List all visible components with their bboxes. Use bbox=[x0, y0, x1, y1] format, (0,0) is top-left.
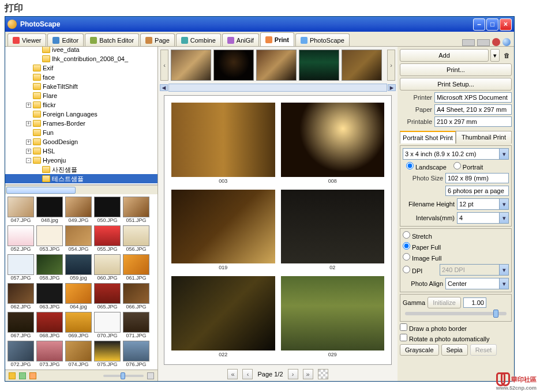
collapse-icon[interactable]: - bbox=[26, 158, 31, 163]
thumb-item[interactable]: 052.JPG bbox=[7, 225, 34, 252]
preview-cell[interactable]: 019 bbox=[171, 190, 275, 271]
tab-editor[interactable]: Editor bbox=[47, 33, 84, 46]
tree-item[interactable]: +Frames-Border bbox=[5, 119, 158, 128]
tab-viewer[interactable]: Viewer bbox=[7, 33, 46, 46]
maximize-button[interactable]: □ bbox=[486, 18, 498, 31]
tree-item[interactable]: lhk_contribution_2008_04_ bbox=[5, 54, 158, 63]
tab-print[interactable]: Print bbox=[260, 32, 294, 46]
tree-item[interactable]: Fun bbox=[5, 128, 158, 137]
print-setup-button[interactable]: Print Setup... bbox=[400, 78, 512, 91]
strip-scrollbar[interactable]: ◄► bbox=[168, 84, 387, 92]
expand-icon[interactable]: + bbox=[26, 103, 31, 108]
tab-page[interactable]: Page bbox=[140, 33, 175, 46]
thumb-size-slider[interactable] bbox=[103, 375, 144, 377]
minimize-button[interactable]: – bbox=[473, 18, 485, 31]
thumb-item[interactable]: 059.jpg bbox=[65, 254, 92, 281]
thumb-item[interactable]: 067.JPG bbox=[7, 312, 34, 338]
align-combo[interactable]: Center▾ bbox=[445, 278, 509, 289]
print-button[interactable]: Print... bbox=[400, 63, 512, 76]
fit-paper-full[interactable]: Paper Full bbox=[403, 242, 509, 251]
expand-icon[interactable]: + bbox=[26, 121, 31, 126]
fit-stretch[interactable]: Stretch bbox=[403, 231, 509, 240]
fit-dpi[interactable]: DPI bbox=[403, 266, 437, 274]
strip-next[interactable]: › bbox=[387, 50, 395, 81]
record-icon[interactable] bbox=[492, 38, 500, 46]
thumb-item[interactable]: 047.JPG bbox=[7, 197, 34, 223]
thumb-item[interactable]: 060.JPG bbox=[94, 254, 121, 281]
thumb-item[interactable]: 063.JPG bbox=[36, 283, 63, 310]
orientation-portrait[interactable]: Portrait bbox=[453, 162, 483, 171]
thumb-item[interactable]: 075.JPG bbox=[94, 341, 121, 367]
thumb-item[interactable]: 054.JPG bbox=[65, 225, 92, 252]
thumb-item[interactable]: 048.jpg bbox=[36, 197, 63, 223]
tab-thumbnail-print[interactable]: Thumbnail Print bbox=[456, 131, 512, 144]
thumbnail-grid[interactable]: 047.JPG048.jpg049.JPG050.JPG051.JPG052.J… bbox=[5, 194, 158, 370]
tab-combine[interactable]: Combine bbox=[176, 33, 221, 46]
folder-tree[interactable]: AAAivee_datalhk_contribution_2008_04_Exi… bbox=[5, 47, 158, 185]
transparency-toggle[interactable] bbox=[318, 369, 328, 379]
strip-item[interactable] bbox=[213, 50, 254, 81]
titlebar[interactable]: PhotoScape – □ × bbox=[5, 17, 514, 32]
thumb-item[interactable]: 073.JPG bbox=[36, 341, 63, 367]
tree-item[interactable]: +HSL bbox=[5, 146, 158, 156]
tree-item[interactable]: 사진샘플 bbox=[5, 165, 158, 174]
globe-icon[interactable] bbox=[502, 38, 511, 46]
preview-cell[interactable]: 02 bbox=[281, 190, 385, 271]
expand-icon[interactable]: + bbox=[26, 140, 31, 145]
thumb-item[interactable]: 076.JPG bbox=[123, 341, 149, 367]
border-checkbox[interactable]: Draw a photo border bbox=[400, 323, 512, 332]
add-button[interactable]: Add bbox=[400, 49, 489, 62]
intervals-combo[interactable]: 4▾ bbox=[457, 212, 509, 224]
thumb-item[interactable]: 070.JPG bbox=[94, 312, 121, 338]
page-next[interactable]: › bbox=[288, 369, 298, 379]
preview-cell[interactable]: 022 bbox=[171, 276, 275, 357]
add-dropdown[interactable]: ▾ bbox=[490, 49, 500, 62]
page-first[interactable]: « bbox=[227, 369, 238, 379]
tree-item[interactable]: Flare bbox=[5, 91, 158, 100]
close-button[interactable]: × bbox=[500, 18, 512, 31]
filename-height-combo[interactable]: 12 pt▾ bbox=[457, 198, 509, 210]
orientation-landscape[interactable]: Landscape bbox=[406, 162, 447, 171]
thumb-item[interactable]: 062.JPG bbox=[7, 283, 34, 310]
tree-item[interactable]: Exif bbox=[5, 63, 158, 73]
refresh-icon[interactable] bbox=[19, 372, 26, 379]
thumb-item[interactable]: 051.JPG bbox=[123, 197, 149, 223]
strip-item[interactable] bbox=[342, 50, 382, 81]
tree-item[interactable]: -Hyeonju bbox=[5, 156, 158, 165]
page-prev[interactable]: ‹ bbox=[242, 369, 253, 379]
strip-prev[interactable]: ‹ bbox=[160, 50, 168, 81]
strip-item[interactable] bbox=[256, 50, 297, 81]
thumb-item[interactable]: 049.JPG bbox=[65, 197, 92, 223]
tab-portrait-shot[interactable]: Portrait Shot Print bbox=[400, 131, 456, 144]
thumb-item[interactable]: 071.JPG bbox=[123, 312, 149, 338]
preview-cell[interactable]: 003 bbox=[171, 103, 275, 184]
thumb-item[interactable]: 064.jpg bbox=[65, 283, 92, 310]
reset-button[interactable]: Reset bbox=[470, 344, 497, 356]
thumb-item[interactable]: 050.JPG bbox=[94, 197, 121, 223]
star-icon[interactable] bbox=[29, 372, 36, 379]
grid-icon[interactable] bbox=[147, 372, 154, 379]
thumb-item[interactable]: 055.JPG bbox=[94, 225, 121, 252]
tree-item[interactable]: face bbox=[5, 73, 158, 82]
size-combo[interactable]: 3 x 4 inch (8.9 x 10.2 cm)▾ bbox=[403, 148, 509, 160]
page-last[interactable]: » bbox=[303, 369, 313, 379]
tree-scrollbar[interactable] bbox=[5, 185, 158, 194]
thumb-item[interactable]: 068.JPG bbox=[36, 312, 63, 338]
thumb-item[interactable]: 072.JPG bbox=[7, 341, 34, 367]
tree-item[interactable]: FakeTiltShift bbox=[5, 82, 158, 91]
thumb-item[interactable]: 061.JPG bbox=[123, 254, 149, 281]
tab-photoscape[interactable]: PhotoScape bbox=[295, 33, 350, 46]
trash-icon[interactable]: 🗑 bbox=[501, 49, 512, 62]
thumb-item[interactable]: 053.JPG bbox=[36, 225, 63, 252]
tree-item[interactable]: 테스트샘플 bbox=[5, 174, 158, 183]
tab-batch-editor[interactable]: Batch Editor bbox=[85, 33, 139, 46]
thumb-item[interactable]: 057.JPG bbox=[7, 254, 34, 281]
fit-image-full[interactable]: Image Full bbox=[403, 253, 509, 262]
sepia-button[interactable]: Sepia bbox=[441, 344, 468, 356]
tab-anigif[interactable]: AniGif bbox=[222, 33, 259, 46]
thumb-item[interactable]: 065.JPG bbox=[94, 283, 121, 310]
tree-item[interactable]: +flickr bbox=[5, 100, 158, 110]
thumb-item[interactable]: 056.JPG bbox=[123, 225, 149, 252]
gamma-slider[interactable] bbox=[405, 312, 507, 315]
grayscale-button[interactable]: Grayscale bbox=[400, 344, 439, 356]
